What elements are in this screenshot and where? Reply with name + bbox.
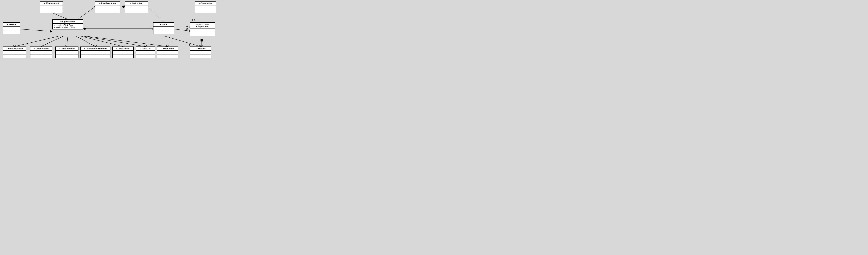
class-dataiterationtantque-header: + DataIterationTantque	[81, 47, 110, 51]
svg-line-20	[80, 36, 123, 46]
svg-line-19	[75, 36, 95, 46]
svg-line-17	[41, 36, 64, 46]
svg-text:1: 1	[194, 19, 195, 21]
class-planexecution: + PlanExecution	[95, 1, 120, 13]
svg-line-11	[148, 7, 164, 22]
svg-line-7	[75, 7, 95, 21]
class-typenoeud: <<enumeration>> + TypeNoeud	[190, 22, 215, 36]
uml-diagram: 1 1 +* +1 +* 1 1 1 + JComponent + PlanEx…	[0, 0, 217, 64]
svg-marker-9	[83, 28, 86, 30]
class-dataecrire-header: + DataEcrire	[157, 47, 178, 51]
svg-line-22	[83, 36, 167, 46]
class-datalire: + DataLire	[135, 46, 155, 58]
class-dataiterationtantque: + DataIterationTantque	[81, 46, 111, 58]
svg-line-13	[164, 36, 200, 46]
svg-text:1: 1	[189, 44, 190, 46]
svg-text:+*: +*	[170, 41, 173, 43]
class-jframe-header: + JFrame	[3, 23, 20, 27]
class-instruction: + Instruction	[125, 1, 148, 13]
class-surfacedessin-header: + SurfaceDessin	[3, 47, 26, 51]
class-dataaffecter-header: + DataAffecter	[113, 47, 133, 51]
svg-line-0	[51, 12, 68, 20]
svg-marker-5	[122, 6, 125, 8]
class-jcomponent-header: + JComponent	[40, 2, 63, 5]
class-constantes-header: + Constantes	[195, 2, 216, 5]
svg-line-18	[67, 36, 68, 46]
svg-text:+*: +*	[186, 26, 188, 28]
class-jframe: + JFrame	[3, 22, 20, 34]
svg-line-16	[14, 36, 60, 46]
svg-text:+1: +1	[186, 28, 188, 30]
class-variable: + Variable	[190, 46, 211, 58]
class-typenoeud-header: <<enumeration>> + TypeNoeud	[190, 23, 215, 29]
class-datacondition: + DataCondition	[55, 46, 79, 58]
svg-rect-14	[200, 39, 203, 41]
class-datalire-header: + DataLire	[136, 47, 155, 51]
class-dataaffecter: + DataAffecter	[113, 46, 134, 58]
class-node-header: + Node	[153, 23, 174, 27]
svg-text:1: 1	[192, 19, 193, 21]
class-node: + Node	[153, 22, 175, 34]
class-constantes: + Constantes	[195, 1, 216, 13]
class-algorithmes-header: + AlgoRithmes	[53, 20, 83, 24]
class-dataiteration-header: + DataIteration	[30, 47, 52, 51]
class-instruction-header: + Instruction	[125, 2, 148, 5]
class-jcomponent: + JComponent	[40, 1, 63, 13]
class-dataiteration: + DataIteration	[30, 46, 52, 58]
svg-line-2	[20, 29, 52, 31]
svg-text:1: 1	[176, 26, 177, 29]
class-surfacedessin: + SurfaceDessin	[3, 46, 26, 58]
svg-line-12	[175, 29, 190, 31]
svg-marker-3	[50, 30, 52, 33]
class-variable-header: + Variable	[190, 47, 211, 51]
class-planexecution-header: + PlanExecution	[95, 2, 120, 5]
class-datacondition-header: + DataCondition	[56, 47, 78, 51]
class-dataecrire: + DataEcrire	[157, 46, 178, 58]
class-algorithmes: + AlgoRithmes +console : JTextePane +tra…	[52, 20, 83, 29]
svg-line-21	[81, 36, 145, 46]
